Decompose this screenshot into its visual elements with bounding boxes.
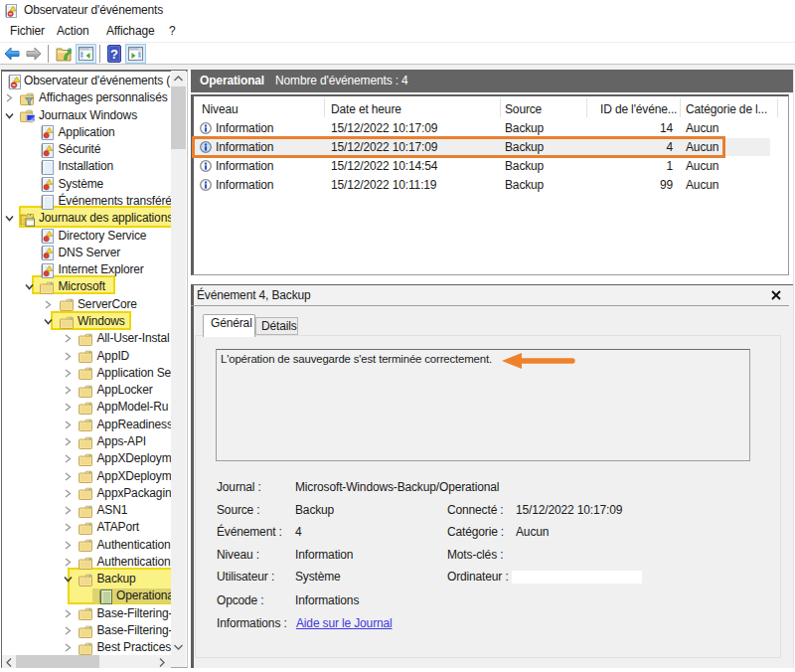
svg-text:?: ? <box>110 47 118 62</box>
